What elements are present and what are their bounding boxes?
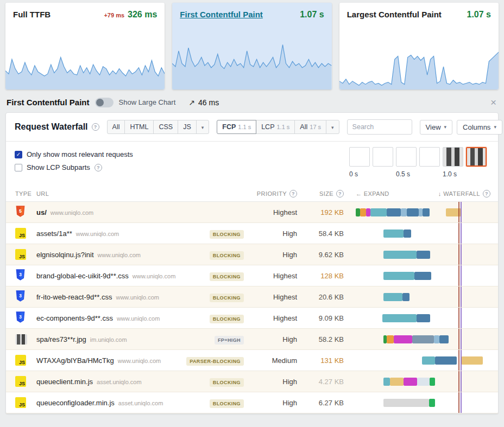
table-row[interactable]: spa/res73**r.jpgim.uniqlo.comFP=HIGHHigh… xyxy=(6,329,498,350)
metric-marker-line xyxy=(461,350,462,371)
row-url-cell: fr-ito-web-react-9d**.csswww.uniqlo.com xyxy=(36,293,197,301)
row-url-cell: elgnisolqinu.js?initwww.uniqlo.com xyxy=(36,251,197,259)
type-filter-js[interactable]: JS xyxy=(178,120,197,134)
metric-card-title[interactable]: First Contentful Paint xyxy=(180,10,263,19)
filmstrip-time-label: 0 s xyxy=(349,170,396,178)
js-file-icon: JS xyxy=(15,355,26,366)
metric-filter-all[interactable]: All17 s xyxy=(294,120,326,134)
table-row[interactable]: 3brand-global-ec-uikit-9d**.csswww.uniql… xyxy=(6,265,498,286)
row-type-cell: 3 xyxy=(6,269,36,283)
request-domain: im.uniqlo.com xyxy=(90,336,127,343)
metric-card[interactable]: First Contentful Paint1.07 s xyxy=(172,3,331,90)
help-icon[interactable]: ? xyxy=(92,123,99,131)
metric-value: 1.07 s xyxy=(300,10,324,20)
metric-card[interactable]: Full TTFB+79 ms326 ms xyxy=(5,3,165,90)
metric-card[interactable]: Largest Contentful Paint1.07 s xyxy=(339,3,499,90)
columns-button[interactable]: Columns ▾ xyxy=(457,120,502,135)
waterfall-sort[interactable]: ↓ WATERFALL ? xyxy=(438,190,490,197)
table-rows: 5us/www.uniqlo.comHighest192 KBJSassets/… xyxy=(6,202,498,413)
row-size-cell: 192 KB xyxy=(320,208,356,216)
row-priority-cell: Highest xyxy=(273,208,304,216)
request-domain: www.uniqlo.com xyxy=(118,358,161,364)
table-row[interactable]: 3ec-components-9d**.csswww.uniqlo.comBLO… xyxy=(6,308,498,329)
col-priority-label: PRIORITY xyxy=(257,190,287,197)
waterfall-bar xyxy=(417,378,430,386)
waterfall-bar xyxy=(429,399,435,407)
type-filter-css[interactable]: CSS xyxy=(153,120,178,134)
help-icon[interactable]: ? xyxy=(289,190,297,197)
metric-marker-line xyxy=(458,392,459,413)
checkbox-option[interactable]: ✓Only show most relevant requests xyxy=(15,150,133,158)
row-size-cell: 128 KB xyxy=(320,272,356,280)
row-type-cell: 3 xyxy=(6,290,36,304)
row-badge-cell: FP=HIGH xyxy=(215,334,244,344)
table-row[interactable]: 3fr-ito-web-react-9d**.csswww.uniqlo.com… xyxy=(6,286,498,308)
metric-value: 1.07 s xyxy=(467,10,491,20)
svg-text:3: 3 xyxy=(19,292,22,298)
table-row[interactable]: JSqueueclient.min.jsasset.uniqlo.comBLOC… xyxy=(6,371,498,392)
table-row[interactable]: JSqueueconfigloader.min.jsasset.uniqlo.c… xyxy=(6,392,498,413)
row-priority-cell: High xyxy=(282,335,304,343)
metric-filter-value: 17 s xyxy=(310,124,321,130)
metric-filter-lcp[interactable]: LCP1.1 s xyxy=(256,120,295,134)
filmstrip-frame-5[interactable] xyxy=(466,147,487,167)
search-input[interactable] xyxy=(347,119,412,135)
metric-filter-dropdown[interactable]: ▾ xyxy=(326,120,339,134)
status-badge: BLOCKING xyxy=(210,230,244,239)
table-row[interactable]: JSelgnisolqinu.js?initwww.uniqlo.comBLOC… xyxy=(6,244,498,265)
help-icon[interactable]: ? xyxy=(336,190,344,197)
metric-marker-line xyxy=(458,265,459,286)
col-priority[interactable]: PRIORITY ? xyxy=(257,190,304,197)
request-domain: www.uniqlo.com xyxy=(133,273,175,279)
row-url-cell: queueconfigloader.min.jsasset.uniqlo.com xyxy=(36,399,197,407)
filmstrip-frame-2[interactable] xyxy=(396,147,417,167)
filmstrip-frame-1[interactable] xyxy=(373,147,393,167)
waterfall-bar xyxy=(370,208,387,216)
row-waterfall-cell xyxy=(356,371,498,392)
view-button[interactable]: View ▾ xyxy=(420,120,452,135)
svg-text:3: 3 xyxy=(19,314,22,319)
row-url-cell: WTAXAg/blYBa/HMcTkgwww.uniqlo.com xyxy=(36,356,197,365)
waterfall-bar xyxy=(422,356,435,365)
row-size-cell: 9.62 KB xyxy=(319,251,356,259)
col-size[interactable]: SIZE ? xyxy=(319,190,356,197)
row-url-cell: spa/res73**r.jpgim.uniqlo.com xyxy=(36,335,197,343)
row-url-cell: queueclient.min.jsasset.uniqlo.com xyxy=(36,378,197,386)
close-icon[interactable]: × xyxy=(490,97,496,107)
waterfall-bar xyxy=(430,378,435,386)
chevron-down-icon: ▾ xyxy=(494,124,496,130)
metric-marker-line xyxy=(461,286,462,307)
request-name: spa/res73**r.jpg xyxy=(36,335,86,343)
help-icon[interactable]: ? xyxy=(94,164,102,171)
row-badge-cell: BLOCKING xyxy=(210,398,244,407)
table-header: TYPE URL PRIORITY ? SIZE ? ← EXPAND ↓ WA… xyxy=(6,186,498,202)
metric-filter-fcp[interactable]: FCP1.1 s xyxy=(217,120,256,134)
toggle-label: Show Large Chart xyxy=(119,98,176,106)
type-filter-all[interactable]: All xyxy=(107,120,125,134)
type-filter-html[interactable]: HTML xyxy=(124,120,154,134)
help-icon[interactable]: ? xyxy=(483,190,490,197)
row-url-cell: us/www.uniqlo.com xyxy=(36,208,197,216)
type-filter-dropdown[interactable]: ▾ xyxy=(196,120,210,134)
filmstrip-frame-3[interactable] xyxy=(419,147,440,167)
show-large-chart-toggle[interactable] xyxy=(95,98,114,107)
metric-filter-label: FCP xyxy=(222,123,236,131)
metric-filter-label: All xyxy=(300,123,307,131)
sparkline-chart xyxy=(5,37,165,90)
waterfall-bar xyxy=(435,356,457,365)
filmstrip-frame-4[interactable] xyxy=(443,147,463,167)
metric-card-values: 1.07 s xyxy=(467,10,491,20)
status-badge: BLOCKING xyxy=(210,272,244,281)
checkbox[interactable] xyxy=(15,164,22,171)
row-priority-cell: Highest xyxy=(273,314,304,322)
checkbox[interactable]: ✓ xyxy=(15,151,22,158)
row-waterfall-cell xyxy=(356,244,498,265)
expand-button[interactable]: ← EXPAND xyxy=(356,190,389,197)
waterfall-bar xyxy=(414,272,431,280)
request-name: fr-ito-web-react-9d**.css xyxy=(36,293,112,301)
table-row[interactable]: 5us/www.uniqlo.comHighest192 KB xyxy=(6,202,498,223)
filmstrip-frame-0[interactable] xyxy=(349,147,370,167)
table-row[interactable]: JSassets/1a**www.uniqlo.comBLOCKINGHigh5… xyxy=(6,223,498,244)
checkbox-option[interactable]: Show LCP Subparts? xyxy=(15,163,133,171)
table-row[interactable]: JSWTAXAg/blYBa/HMcTkgwww.uniqlo.comPARSE… xyxy=(6,350,498,371)
